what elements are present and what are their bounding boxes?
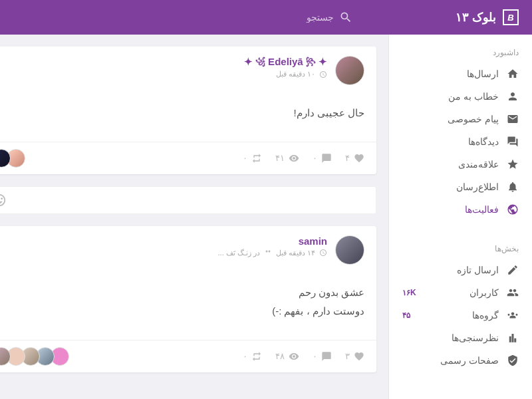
sidebar-item-label: خطاب به من: [448, 91, 499, 102]
comment-icon: [321, 351, 332, 362]
globe-icon: [507, 203, 519, 215]
sidebar-item-comments[interactable]: دیدگاه‌ها: [389, 130, 532, 153]
like-button[interactable]: ۳: [345, 351, 364, 362]
sidebar-item-official[interactable]: صفحات رسمی: [389, 349, 532, 372]
post-time: ۱۰ دقیقه قبل: [276, 70, 315, 78]
post: ✦ ꧁ Edeliyā ꧂ ✦ ۱۰ دقیقه قبل حال عجیبی د…: [0, 47, 376, 174]
sidebar-item-label: کاربران: [469, 287, 499, 298]
sidebar: داشبورد ارسال‌ها خطاب به من پیام خصوصی د…: [388, 35, 532, 399]
comment-button[interactable]: ۰: [313, 351, 332, 362]
people-icon: [507, 287, 519, 299]
sidebar-item-label: ارسال‌ها: [467, 68, 499, 79]
search-wrap: [217, 11, 352, 24]
sidebar-item-users[interactable]: کاربران ۱۶K: [389, 281, 532, 304]
post-location: در زنـگ تَف ...: [218, 249, 260, 257]
engagement-bar: ۳ ۰ ۴۸ ۰: [0, 340, 376, 372]
repost-icon: [251, 153, 262, 164]
mail-icon: [507, 113, 519, 125]
post-body: حال عجیبی دارم!: [0, 90, 376, 142]
chat-icon: [507, 136, 519, 148]
sidebar-item-newpost[interactable]: ارسال تازه: [389, 259, 532, 281]
sidebar-item-favorites[interactable]: علاقه‌مندی: [389, 153, 532, 176]
clock-icon: [319, 70, 327, 78]
avatar[interactable]: [335, 235, 364, 265]
bell-icon: [507, 181, 519, 193]
sidebar-item-messages[interactable]: پیام خصوصی: [389, 108, 532, 130]
pencil-icon: [507, 264, 519, 276]
sidebar-item-label: صفحات رسمی: [440, 355, 499, 366]
sidebar-item-label: ارسال تازه: [457, 265, 499, 275]
group-small-icon: [264, 249, 272, 257]
post-body: عشق بدون رحم دوستت دارم ، بفهم :-): [0, 270, 376, 340]
sidebar-badge: ۱۶K: [402, 288, 416, 297]
sidebar-item-label: فعالیت‌ها: [465, 204, 499, 215]
repost-button[interactable]: ۰: [243, 351, 262, 362]
comment-input-box[interactable]: [0, 186, 376, 214]
comment-button[interactable]: ۰: [313, 153, 332, 164]
views-count: ۴۸: [275, 351, 299, 362]
star-icon: [507, 158, 519, 170]
heart-icon: [354, 351, 364, 362]
sidebar-item-label: دیدگاه‌ها: [468, 136, 499, 147]
comment-icon: [321, 153, 332, 164]
sidebar-item-activities[interactable]: فعالیت‌ها: [389, 198, 532, 221]
sidebar-item-posts[interactable]: ارسال‌ها: [389, 63, 532, 85]
post: samin ۱۴ دقیقه قبل در زنـگ تَف ... عشق ب…: [0, 226, 376, 372]
sidebar-item-label: علاقه‌مندی: [458, 159, 499, 170]
username-link[interactable]: samin: [218, 235, 327, 247]
sidebar-item-mentions[interactable]: خطاب به من: [389, 85, 532, 108]
sidebar-item-notifications[interactable]: اطلاع‌رسان: [389, 176, 532, 198]
feed: ✦ ꧁ Edeliyā ꧂ ✦ ۱۰ دقیقه قبل حال عجیبی د…: [0, 35, 388, 399]
eye-icon: [289, 153, 299, 164]
like-button[interactable]: ۴: [345, 153, 364, 164]
shield-icon: [507, 354, 519, 366]
header: B بلوک ۱۳: [0, 0, 532, 35]
person-icon: [507, 90, 519, 102]
repost-button[interactable]: ۰: [243, 153, 262, 164]
sidebar-group-sections: بخش‌ها: [389, 241, 532, 259]
username-link[interactable]: ✦ ꧁ Edeliyā ꧂ ✦: [244, 56, 327, 68]
search-icon: [339, 11, 352, 24]
post-time: ۱۴ دقیقه قبل: [276, 249, 315, 257]
sidebar-item-label: گروه‌ها: [472, 310, 499, 321]
logo-icon: B: [503, 9, 519, 25]
avatar[interactable]: [335, 56, 364, 85]
sidebar-group-dashboard: داشبورد: [389, 45, 532, 63]
eye-icon: [289, 351, 299, 362]
brand-title: بلوک ۱۳: [456, 10, 496, 25]
engagement-bar: ۴ ۰ ۴۱ ۰: [0, 142, 376, 174]
poll-icon: [507, 332, 519, 344]
sidebar-item-groups[interactable]: گروه‌ها ۴۵: [389, 304, 532, 327]
sidebar-item-label: نظرسنجی‌ها: [452, 332, 499, 343]
sidebar-badge: ۴۵: [402, 311, 410, 320]
heart-icon: [354, 153, 364, 164]
sidebar-item-label: پیام خصوصی: [448, 114, 499, 124]
views-count: ۴۱: [275, 153, 299, 164]
sidebar-item-polls[interactable]: نظرسنجی‌ها: [389, 327, 532, 349]
group-icon: [507, 309, 519, 321]
repost-icon: [251, 351, 262, 362]
sidebar-item-label: اطلاع‌رسان: [456, 182, 499, 192]
clock-icon: [319, 249, 327, 257]
home-icon: [507, 68, 519, 80]
search-input[interactable]: [217, 12, 334, 23]
emoji-icon[interactable]: [0, 193, 7, 207]
